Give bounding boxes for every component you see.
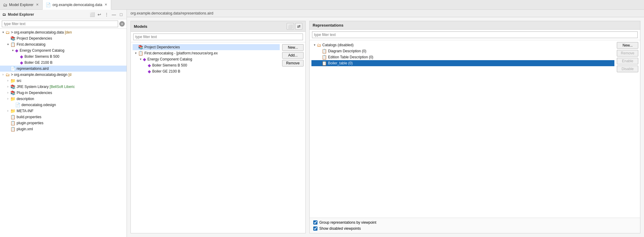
models-label-energy-catalog: Energy Component Catalog <box>147 56 192 62</box>
repr-icon-edition-table: 📋 <box>322 54 327 60</box>
repr-search-input[interactable] <box>312 31 638 38</box>
tree-item-boiler-ge[interactable]: ◆ Boiler GE 2100 B <box>0 60 127 66</box>
repr-label-boiler-table: Boiler_table (0) <box>328 60 353 66</box>
repr-label-edition-table: Edition Table Description (0) <box>328 54 373 60</box>
models-tree-boiler-siemens[interactable]: ◆ Boiler Siemens B 500 <box>133 62 280 68</box>
tree-item-plugin-deps[interactable]: › 📚 Plug-in Dependencies <box>0 90 127 96</box>
tree-item-jre[interactable]: › 📚 JRE System Library [BellSoft Liberic <box>0 84 127 90</box>
models-collapse-btn[interactable]: ⬜ <box>287 23 294 30</box>
tab-model-explorer[interactable]: 🗂 Model Explorer ✕ <box>0 0 43 9</box>
tree-item-first-demo[interactable]: ▾ 📋 First.democatalog <box>0 41 127 47</box>
tree-item-org-data[interactable]: ▾ 🗂 > org.example.democatalog.data [den <box>0 29 127 35</box>
tree-item-plugin-xml[interactable]: 📋 plugin.xml <box>0 126 127 132</box>
models-new-button[interactable]: New... <box>282 44 304 51</box>
arrow-jre: › <box>5 84 10 90</box>
repr-icon-diagram-desc: 📋 <box>322 48 327 54</box>
model-explorer-header-icon: 🗂 <box>2 12 6 17</box>
icon-jre: 📚 <box>10 84 15 90</box>
tab-democatalog-data[interactable]: 📄 org.example.democatalog.data ✕ <box>43 0 111 10</box>
show-disabled-label: Show disabled viewpoints <box>319 226 361 231</box>
icon-first-demo: 📋 <box>10 41 15 47</box>
models-tree-boiler-ge[interactable]: ◆ Boiler GE 2100 B <box>133 68 280 74</box>
tree-item-description[interactable]: › 📁 description <box>0 96 127 102</box>
models-sync-btn[interactable]: ⇄ <box>295 23 302 30</box>
sidebar-back-btn[interactable]: ↩ <box>96 11 102 18</box>
arrow-org-data: ▾ <box>1 29 5 35</box>
repr-remove-button[interactable]: Remove <box>617 50 638 57</box>
label-energy-catalog: Energy Component Catalog <box>20 47 64 54</box>
tab-democatalog-data-close[interactable]: ✕ <box>104 2 108 7</box>
models-search-input[interactable] <box>133 34 303 40</box>
tree-item-plugin-props[interactable]: 📋 plugin.properties <box>0 120 127 126</box>
group-by-viewpoint-label: Group representations by viewpoint <box>319 220 376 225</box>
icon-boiler-siemens: ◆ <box>20 54 23 60</box>
editor-content: Models ⬜ ⇄ 📚 Project Depe <box>127 17 644 237</box>
models-tree-energy-catalog[interactable]: ▾ ◆ Energy Component Catalog <box>133 56 280 62</box>
arrow-first-demo: ▾ <box>5 41 10 47</box>
sidebar-search-input[interactable] <box>2 21 118 27</box>
sidebar-title-label: Model Explorer <box>8 12 34 17</box>
models-tree-first-demo[interactable]: ▾ 📋 First.democatalog - [platform:/resou… <box>133 50 280 56</box>
arrow-plugin-deps: › <box>5 90 10 96</box>
label-first-demo: First.democatalog <box>17 41 45 47</box>
models-tree-proj-deps[interactable]: 📚 Project Dependencies <box>133 44 280 50</box>
repr-panel-title: Representations <box>313 23 343 28</box>
tree-item-energy-catalog[interactable]: ▾ ◆ Energy Component Catalog <box>0 47 127 54</box>
label-plugin-deps: Plug-in Dependencies <box>17 90 52 96</box>
tab-democatalog-data-label: org.example.democatalog.data <box>53 3 102 7</box>
models-panel-header-actions: ⬜ ⇄ <box>287 23 302 30</box>
sidebar-maximize-btn[interactable]: □ <box>118 11 124 18</box>
sidebar-search-clear[interactable]: ✕ <box>119 21 125 27</box>
label-plugin-props: plugin.properties <box>17 120 43 126</box>
repr-tree: ▾ 🗂 Catalogs (disabled) 📋 Diagram Descri… <box>311 42 614 216</box>
tree-item-boiler-siemens[interactable]: ◆ Boiler Siemens B 500 <box>0 54 127 60</box>
models-label-boiler-siemens: Boiler Siemens B 500 <box>152 62 187 68</box>
tab-bar: 🗂 Model Explorer ✕ 📄 org.example.democat… <box>0 0 644 10</box>
show-disabled-checkbox[interactable] <box>313 226 317 231</box>
tree-item-odesign[interactable]: 📄 democatalog.odesign <box>0 102 127 108</box>
tree-item-build-props[interactable]: 📋 build.properties <box>0 114 127 120</box>
models-remove-button[interactable]: Remove <box>282 60 304 67</box>
group-by-viewpoint-checkbox[interactable] <box>313 220 317 225</box>
icon-org-design: 🗂 <box>5 72 10 78</box>
tree-item-org-design[interactable]: › 🗂 > org.example.democatalog.design [d <box>0 72 127 78</box>
sidebar-tree: ▾ 🗂 > org.example.democatalog.data [den … <box>0 29 127 237</box>
tree-item-src[interactable]: › 📁 src <box>0 78 127 84</box>
models-add-button[interactable]: Add... <box>282 52 304 59</box>
repr-bottom: Group representations by viewpoint Show … <box>310 218 640 233</box>
icon-plugin-props: 📋 <box>10 120 15 126</box>
tree-item-meta-inf[interactable]: › 📁 META-INF <box>0 108 127 114</box>
repr-tree-diagram-desc[interactable]: 📋 Diagram Description (0) <box>311 48 614 54</box>
editor-panel: org.example.democatalog.data/representat… <box>127 10 644 237</box>
sidebar-search-box: ✕ <box>0 19 127 29</box>
sidebar-menu-btn[interactable]: ⋮ <box>104 11 110 18</box>
label-boiler-ge: Boiler GE 2100 B <box>24 60 53 66</box>
repr-disable-button[interactable]: Disable <box>617 66 638 72</box>
repr-tree-catalogs[interactable]: ▾ 🗂 Catalogs (disabled) <box>311 42 614 48</box>
models-panel-buttons: New... Add... Remove <box>282 44 304 231</box>
repr-panel-body: ▾ 🗂 Catalogs (disabled) 📋 Diagram Descri… <box>310 40 640 218</box>
group-by-viewpoint-row: Group representations by viewpoint <box>313 220 636 225</box>
democatalog-data-icon: 📄 <box>46 2 51 7</box>
arrow-src: › <box>5 78 10 84</box>
arrow-meta-inf: › <box>5 108 10 114</box>
icon-src: 📁 <box>10 78 15 84</box>
label-build-props: build.properties <box>17 114 41 120</box>
icon-plugin-xml: 📋 <box>10 126 15 132</box>
models-panel-header: Models ⬜ ⇄ <box>131 21 305 32</box>
sidebar-minimize-btn[interactable]: — <box>111 11 117 18</box>
sidebar-collapse-btn[interactable]: ⬜ <box>89 11 95 18</box>
models-panel-title: Models <box>134 24 147 29</box>
repr-panel-header: Representations <box>310 21 640 30</box>
tree-item-proj-deps[interactable]: 📚 Project Dependencies <box>0 35 127 41</box>
editor-path: org.example.democatalog.data/representat… <box>127 10 644 17</box>
tab-model-explorer-close[interactable]: ✕ <box>35 2 39 7</box>
models-label-boiler-ge: Boiler GE 2100 B <box>152 68 180 74</box>
models-search-box <box>131 32 305 42</box>
repr-tree-edition-table[interactable]: 📋 Edition Table Description (0) <box>311 54 614 60</box>
tree-item-repr-aird[interactable]: 📄 representations.aird <box>0 66 127 72</box>
label-repr-aird: representations.aird <box>17 66 49 72</box>
repr-enable-button[interactable]: Enable <box>617 58 638 64</box>
repr-new-button[interactable]: New... <box>617 42 638 49</box>
repr-tree-boiler-table[interactable]: 📋 Boiler_table (0) <box>311 60 614 66</box>
